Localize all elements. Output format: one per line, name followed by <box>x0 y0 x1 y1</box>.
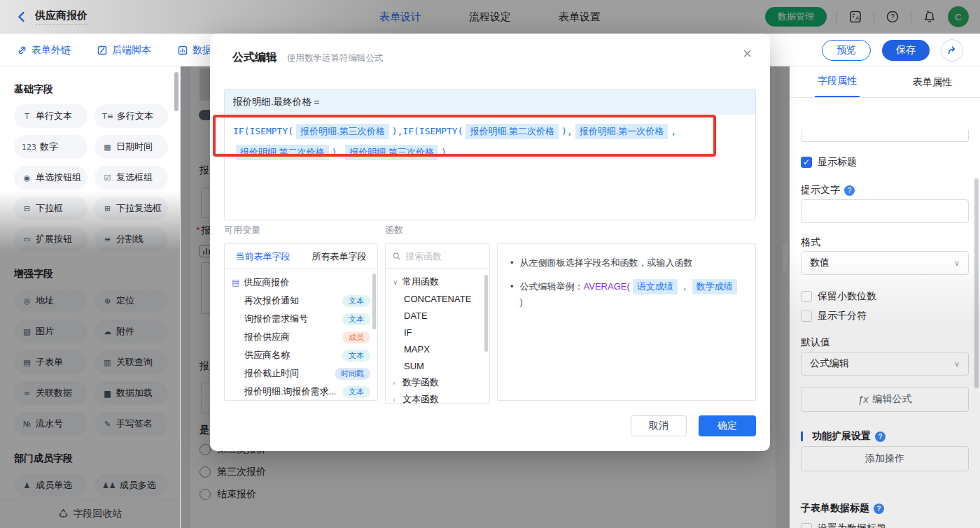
field-radio-group[interactable]: ◉单选按钮组 <box>14 166 88 190</box>
radio-option-end-quote[interactable]: 结束报价 <box>200 488 256 501</box>
function-item[interactable]: SUM <box>386 357 489 374</box>
cancel-button[interactable]: 取消 <box>631 415 687 436</box>
tab-all-form-fields[interactable]: 所有表单字段 <box>301 244 377 269</box>
field-single-line-text[interactable]: T单行文本 <box>14 104 88 128</box>
field-linked-data[interactable]: ∞关联数据 <box>14 381 88 405</box>
function-group-math[interactable]: ›数学函数 <box>386 374 489 391</box>
properties-panel: 字段属性 表单属性 ✓ 显示标题 提示文字? 格式 数值∨ 保留小数位数 显示千… <box>790 66 980 528</box>
checkbox-icon[interactable] <box>801 291 812 302</box>
field-member-multi[interactable]: ♟♟成员多选 <box>94 473 168 497</box>
keep-decimals-checkbox-row[interactable]: 保留小数位数 <box>801 290 969 303</box>
formula-code-segment: , <box>671 126 676 136</box>
field-recycle-bin[interactable]: 字段回收站 <box>0 499 180 528</box>
field-member-single[interactable]: ♟成员单选 <box>14 473 88 497</box>
tab-form-properties[interactable]: 表单属性 <box>885 66 980 97</box>
field-address[interactable]: ◎地址 <box>14 289 88 313</box>
field-dropdown[interactable]: ⊟下拉框 <box>14 197 88 220</box>
clipped-input[interactable] <box>801 129 969 142</box>
functions-section-label: 函数 <box>385 224 403 236</box>
variable-field-row[interactable]: 报价截止时间时间戳 <box>225 364 377 383</box>
function-item[interactable]: IF <box>386 324 489 341</box>
divider <box>911 11 911 22</box>
required-asterisk: * <box>196 224 200 236</box>
field-subform[interactable]: ▤子表单 <box>14 350 88 374</box>
multi-dropdown-icon: ⊞ <box>102 204 113 213</box>
set-as-data-title-checkbox-row[interactable]: 设置为数据标题 <box>801 522 969 528</box>
field-checkbox-group[interactable]: ☑复选框组 <box>94 166 168 190</box>
confirm-button[interactable]: 确定 <box>699 415 756 436</box>
add-action-button[interactable]: 添加操作 <box>801 446 969 471</box>
variable-field-row[interactable]: 报价明细.询报价需求...文本 <box>225 383 377 401</box>
format-select[interactable]: 数值∨ <box>801 251 969 275</box>
field-extend-button[interactable]: ▭扩展按钮 <box>14 227 88 251</box>
hint-text-input[interactable] <box>801 199 969 223</box>
tab-current-form-fields[interactable]: 当前表单字段 <box>225 244 301 269</box>
app-title[interactable]: 供应商报价 <box>35 9 88 25</box>
field-linked-query[interactable]: ▥关联查询 <box>94 350 168 374</box>
tab-field-properties[interactable]: 字段属性 <box>790 66 885 97</box>
sidebar-scrollbar[interactable] <box>174 72 178 111</box>
checkbox-checked-icon[interactable]: ✓ <box>801 157 812 168</box>
function-search-input[interactable] <box>405 251 482 262</box>
field-attachment[interactable]: ☁附件 <box>94 320 168 343</box>
function-item[interactable]: MAPX <box>386 341 489 357</box>
variable-field-row[interactable]: 供应商名称文本 <box>225 346 377 364</box>
share-button[interactable] <box>941 39 963 62</box>
section-heading-enhanced: 增强字段 <box>14 268 180 280</box>
field-multi-line-text[interactable]: T≡多行文本 <box>94 104 168 128</box>
tab-form-design[interactable]: 表单设计 <box>379 10 421 24</box>
field-multi-dropdown[interactable]: ⊞下拉复选框 <box>94 197 168 220</box>
show-title-checkbox-row[interactable]: ✓ 显示标题 <box>801 156 969 169</box>
variable-tree-root[interactable]: ▤ 供应商报价 <box>225 273 377 292</box>
edit-formula-button[interactable]: ƒx 编辑公式 <box>801 387 969 412</box>
field-signature[interactable]: ✎手写签名 <box>94 412 168 436</box>
single-line-text-icon: T <box>22 112 32 121</box>
function-item[interactable]: CONCATENATE <box>386 290 489 307</box>
functions-scrollbar[interactable] <box>484 275 488 352</box>
backend-script-link[interactable]: 后端脚本 <box>97 44 151 57</box>
function-group-common[interactable]: ∨常用函数 <box>386 273 489 290</box>
field-location[interactable]: ⊕定位 <box>94 289 168 313</box>
data-permission-icon <box>178 45 188 55</box>
save-button[interactable]: 保存 <box>882 40 930 61</box>
data-manage-button[interactable]: 数据管理 <box>765 7 827 27</box>
close-icon[interactable]: × <box>743 46 752 62</box>
extend-button-icon: ▭ <box>22 235 32 244</box>
data-load-icon: ▆ <box>102 389 113 398</box>
preview-button[interactable]: 预览 <box>822 40 871 61</box>
help-icon[interactable]: ? <box>874 504 884 514</box>
help-icon[interactable]: ? <box>875 431 886 442</box>
formula-editor[interactable]: IF(ISEMPTY(报价明细.第三次价格),IF(ISEMPTY(报价明细.第… <box>225 115 755 220</box>
field-image[interactable]: ▧图片 <box>14 320 88 343</box>
back-chevron-icon[interactable] <box>15 10 28 23</box>
checkbox-icon[interactable] <box>801 311 812 322</box>
variable-field-row[interactable]: 再次报价通知文本 <box>225 292 377 310</box>
panel-scrollbar[interactable] <box>974 178 979 388</box>
help-icon[interactable]: ? <box>844 185 855 196</box>
section-heading-basic: 基础字段 <box>14 83 180 96</box>
canvas-scrollbar[interactable] <box>783 243 787 272</box>
tab-flow-settings[interactable]: 流程设定 <box>469 10 511 24</box>
radio-option-third-quote[interactable]: 第三次报价 <box>200 466 266 478</box>
function-search[interactable] <box>386 244 489 269</box>
field-number[interactable]: 123数字 <box>14 135 88 159</box>
function-item[interactable]: DATE <box>386 307 489 324</box>
help-icon[interactable]: ? <box>884 8 901 25</box>
field-serial-number[interactable]: №流水号 <box>14 412 88 436</box>
variable-field-row[interactable]: 报价供应商成员 <box>225 328 377 346</box>
checkbox-icon[interactable] <box>801 523 812 528</box>
user-avatar[interactable]: C <box>948 6 969 27</box>
field-divider[interactable]: ≡分割线 <box>94 227 168 251</box>
radio-icon <box>200 444 211 455</box>
function-group-text[interactable]: ›文本函数 <box>386 391 489 404</box>
field-datetime[interactable]: ▦日期时间 <box>94 135 168 159</box>
variables-scrollbar[interactable] <box>372 273 376 329</box>
variable-field-row[interactable]: 询报价需求编号文本 <box>225 310 377 328</box>
thousand-separator-checkbox-row[interactable]: 显示千分符 <box>801 310 969 322</box>
tab-form-settings[interactable]: 表单设置 <box>559 10 601 24</box>
manual-book-icon[interactable]: A <box>847 8 864 25</box>
form-external-link[interactable]: 表单外链 <box>17 44 71 57</box>
notification-bell-icon[interactable] <box>921 8 938 25</box>
default-value-select[interactable]: 公式编辑∨ <box>801 352 969 376</box>
field-data-load[interactable]: ▆数据加载 <box>94 381 168 405</box>
